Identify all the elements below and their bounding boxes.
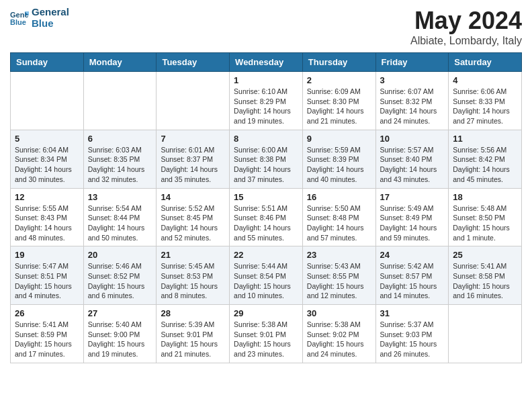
calendar-cell: 8Sunrise: 6:00 AM Sunset: 8:38 PM Daylig… [230, 130, 303, 188]
day-info: Sunrise: 5:38 AM Sunset: 9:02 PM Dayligh… [307, 320, 371, 359]
day-info: Sunrise: 5:37 AM Sunset: 9:03 PM Dayligh… [380, 320, 445, 359]
calendar-cell: 22Sunrise: 5:44 AM Sunset: 8:54 PM Dayli… [230, 246, 303, 305]
day-info: Sunrise: 6:00 AM Sunset: 8:38 PM Dayligh… [234, 145, 298, 185]
day-info: Sunrise: 5:52 AM Sunset: 8:45 PM Dayligh… [161, 203, 225, 243]
day-info: Sunrise: 5:47 AM Sunset: 8:51 PM Dayligh… [15, 261, 79, 301]
calendar-cell: 17Sunrise: 5:49 AM Sunset: 8:49 PM Dayli… [375, 188, 449, 246]
location: Albiate, Lombardy, Italy [410, 35, 522, 47]
calendar-cell: 19Sunrise: 5:47 AM Sunset: 8:51 PM Dayli… [11, 246, 84, 305]
day-number: 11 [453, 134, 517, 144]
day-info: Sunrise: 5:40 AM Sunset: 9:00 PM Dayligh… [88, 320, 152, 359]
calendar-cell: 10Sunrise: 5:57 AM Sunset: 8:40 PM Dayli… [375, 130, 449, 188]
calendar-cell: 21Sunrise: 5:45 AM Sunset: 8:53 PM Dayli… [157, 246, 230, 305]
day-info: Sunrise: 5:42 AM Sunset: 8:57 PM Dayligh… [380, 261, 445, 301]
weekday-header: Monday [83, 53, 157, 72]
page: General Blue General Blue May 2024 Albia… [0, 0, 532, 370]
day-number: 20 [88, 250, 152, 260]
day-info: Sunrise: 5:48 AM Sunset: 8:50 PM Dayligh… [453, 203, 517, 243]
day-info: Sunrise: 6:03 AM Sunset: 8:35 PM Dayligh… [88, 145, 152, 185]
day-number: 7 [161, 134, 225, 144]
day-number: 8 [234, 134, 298, 144]
day-number: 25 [453, 250, 517, 260]
logo-line2: Blue [32, 18, 69, 30]
calendar-cell: 13Sunrise: 5:54 AM Sunset: 8:44 PM Dayli… [83, 188, 157, 246]
calendar-cell: 1Sunrise: 6:10 AM Sunset: 8:29 PM Daylig… [230, 72, 303, 130]
calendar-week-row: 12Sunrise: 5:55 AM Sunset: 8:43 PM Dayli… [11, 188, 522, 246]
calendar-cell: 3Sunrise: 6:07 AM Sunset: 8:32 PM Daylig… [375, 72, 449, 130]
day-info: Sunrise: 6:01 AM Sunset: 8:37 PM Dayligh… [161, 145, 225, 185]
day-number: 9 [307, 134, 371, 144]
calendar-cell [11, 72, 84, 130]
calendar-cell: 24Sunrise: 5:42 AM Sunset: 8:57 PM Dayli… [375, 246, 449, 305]
calendar-cell: 11Sunrise: 5:56 AM Sunset: 8:42 PM Dayli… [449, 130, 522, 188]
calendar-cell: 12Sunrise: 5:55 AM Sunset: 8:43 PM Dayli… [11, 188, 84, 246]
weekday-header: Saturday [449, 53, 522, 72]
day-number: 29 [234, 308, 298, 318]
day-number: 31 [380, 308, 445, 318]
calendar-cell: 14Sunrise: 5:52 AM Sunset: 8:45 PM Dayli… [157, 188, 230, 246]
day-number: 2 [307, 75, 371, 85]
day-info: Sunrise: 5:38 AM Sunset: 9:01 PM Dayligh… [234, 320, 298, 359]
calendar-cell [449, 305, 522, 363]
day-number: 10 [380, 134, 445, 144]
day-info: Sunrise: 5:50 AM Sunset: 8:48 PM Dayligh… [307, 203, 371, 243]
calendar-cell: 4Sunrise: 6:06 AM Sunset: 8:33 PM Daylig… [449, 72, 522, 130]
calendar-cell: 15Sunrise: 5:51 AM Sunset: 8:46 PM Dayli… [230, 188, 303, 246]
day-number: 4 [453, 75, 517, 85]
logo-line1: General [32, 7, 69, 18]
day-number: 6 [88, 134, 152, 144]
calendar-cell: 25Sunrise: 5:41 AM Sunset: 8:58 PM Dayli… [449, 246, 522, 305]
weekday-header: Tuesday [157, 53, 230, 72]
day-number: 12 [15, 192, 79, 202]
title-block: May 2024 Albiate, Lombardy, Italy [410, 7, 522, 47]
day-number: 18 [453, 192, 517, 202]
day-info: Sunrise: 6:04 AM Sunset: 8:34 PM Dayligh… [15, 145, 79, 185]
day-number: 16 [307, 192, 371, 202]
day-info: Sunrise: 5:49 AM Sunset: 8:49 PM Dayligh… [380, 203, 445, 243]
month-year: May 2024 [410, 7, 522, 35]
day-info: Sunrise: 5:44 AM Sunset: 8:54 PM Dayligh… [234, 261, 298, 301]
day-info: Sunrise: 5:41 AM Sunset: 8:59 PM Dayligh… [15, 320, 79, 359]
header: General Blue General Blue May 2024 Albia… [10, 7, 522, 47]
day-info: Sunrise: 5:41 AM Sunset: 8:58 PM Dayligh… [453, 261, 517, 301]
calendar-week-row: 1Sunrise: 6:10 AM Sunset: 8:29 PM Daylig… [11, 72, 522, 130]
day-number: 27 [88, 308, 152, 318]
day-info: Sunrise: 6:09 AM Sunset: 8:30 PM Dayligh… [307, 87, 371, 126]
calendar-cell [83, 72, 157, 130]
day-info: Sunrise: 5:51 AM Sunset: 8:46 PM Dayligh… [234, 203, 298, 243]
day-info: Sunrise: 5:59 AM Sunset: 8:39 PM Dayligh… [307, 145, 371, 185]
calendar-header-row: SundayMondayTuesdayWednesdayThursdayFrid… [11, 53, 522, 72]
weekday-header: Wednesday [230, 53, 303, 72]
day-info: Sunrise: 6:10 AM Sunset: 8:29 PM Dayligh… [234, 87, 298, 126]
calendar-cell: 16Sunrise: 5:50 AM Sunset: 8:48 PM Dayli… [302, 188, 375, 246]
day-info: Sunrise: 5:45 AM Sunset: 8:53 PM Dayligh… [161, 261, 225, 301]
calendar-week-row: 19Sunrise: 5:47 AM Sunset: 8:51 PM Dayli… [11, 246, 522, 305]
day-number: 23 [307, 250, 371, 260]
day-info: Sunrise: 5:57 AM Sunset: 8:40 PM Dayligh… [380, 145, 445, 185]
day-number: 30 [307, 308, 371, 318]
weekday-header: Friday [375, 53, 449, 72]
day-number: 5 [15, 134, 79, 144]
calendar-week-row: 26Sunrise: 5:41 AM Sunset: 8:59 PM Dayli… [11, 305, 522, 363]
day-info: Sunrise: 5:55 AM Sunset: 8:43 PM Dayligh… [15, 203, 79, 243]
calendar-cell: 29Sunrise: 5:38 AM Sunset: 9:01 PM Dayli… [230, 305, 303, 363]
weekday-header: Sunday [11, 53, 84, 72]
day-number: 14 [161, 192, 225, 202]
day-number: 28 [161, 308, 225, 318]
day-info: Sunrise: 5:39 AM Sunset: 9:01 PM Dayligh… [161, 320, 225, 359]
calendar-cell: 30Sunrise: 5:38 AM Sunset: 9:02 PM Dayli… [302, 305, 375, 363]
calendar-cell: 6Sunrise: 6:03 AM Sunset: 8:35 PM Daylig… [83, 130, 157, 188]
day-info: Sunrise: 5:43 AM Sunset: 8:55 PM Dayligh… [307, 261, 371, 301]
day-info: Sunrise: 6:06 AM Sunset: 8:33 PM Dayligh… [453, 87, 517, 126]
day-number: 15 [234, 192, 298, 202]
day-number: 19 [15, 250, 79, 260]
calendar-cell: 23Sunrise: 5:43 AM Sunset: 8:55 PM Dayli… [302, 246, 375, 305]
logo-icon: General Blue [10, 9, 29, 28]
day-info: Sunrise: 5:54 AM Sunset: 8:44 PM Dayligh… [88, 203, 152, 243]
weekday-header: Thursday [302, 53, 375, 72]
svg-text:Blue: Blue [10, 18, 26, 26]
calendar-cell: 31Sunrise: 5:37 AM Sunset: 9:03 PM Dayli… [375, 305, 449, 363]
day-info: Sunrise: 5:46 AM Sunset: 8:52 PM Dayligh… [88, 261, 152, 301]
calendar-cell: 26Sunrise: 5:41 AM Sunset: 8:59 PM Dayli… [11, 305, 84, 363]
calendar-cell [157, 72, 230, 130]
